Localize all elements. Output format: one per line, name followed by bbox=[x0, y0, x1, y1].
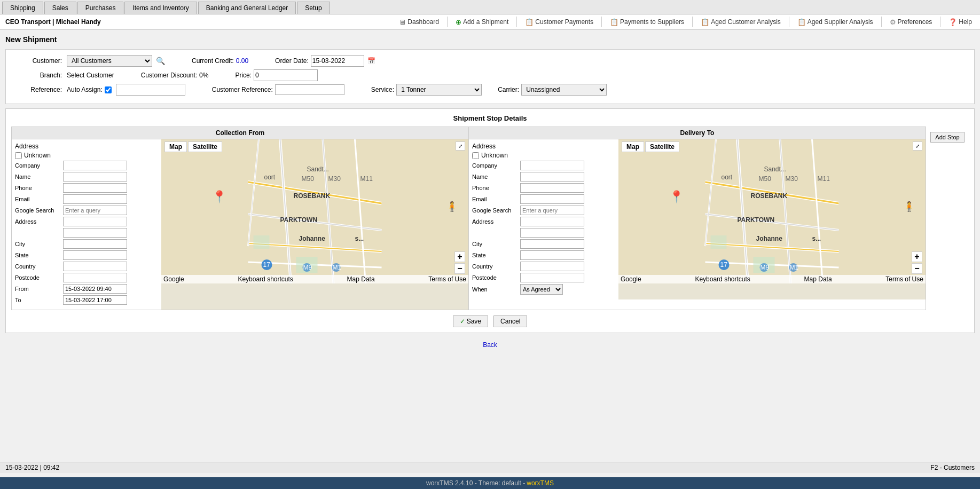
tab-shipping[interactable]: Shipping bbox=[2, 2, 43, 14]
collection-state-input[interactable] bbox=[63, 250, 127, 260]
top-nav: Shipping Sales Purchases Items and Inven… bbox=[0, 0, 980, 14]
delivery-satellite-btn[interactable]: Satellite bbox=[645, 141, 679, 152]
preferences-button[interactable]: ⚙ Preferences bbox=[887, 17, 935, 27]
collection-col: Collection From Address Unknown Company bbox=[11, 127, 469, 310]
delivery-postcode-row: Postcode bbox=[472, 273, 615, 282]
collection-name-input[interactable] bbox=[63, 172, 127, 182]
collection-company-input[interactable] bbox=[63, 161, 127, 170]
customer-discount-value: 0% bbox=[199, 72, 208, 79]
delivery-city-input[interactable] bbox=[520, 239, 584, 249]
delivery-address2-input[interactable] bbox=[520, 228, 584, 238]
tab-items-inventory[interactable]: Items and Inventory bbox=[124, 2, 197, 14]
dashboard-button[interactable]: 🖥 Dashboard bbox=[396, 17, 442, 27]
collection-state-row: State bbox=[15, 250, 158, 260]
delivery-google-logo: Google bbox=[621, 275, 641, 283]
collection-header: Collection From bbox=[12, 127, 468, 139]
delivery-unknown-checkbox[interactable] bbox=[472, 152, 479, 159]
delivery-company-row: Company bbox=[472, 161, 615, 170]
price-input[interactable] bbox=[254, 69, 318, 81]
delivery-country-input[interactable] bbox=[520, 262, 584, 271]
collection-address-input[interactable] bbox=[63, 217, 127, 226]
svg-text:s...: s... bbox=[355, 235, 364, 242]
delivery-name-label: Name bbox=[472, 173, 520, 180]
collection-to-input[interactable] bbox=[63, 295, 127, 305]
tab-purchases[interactable]: Purchases bbox=[77, 2, 124, 14]
collection-map-expand[interactable]: ⤢ bbox=[456, 141, 465, 151]
delivery-email-input[interactable] bbox=[520, 194, 584, 204]
delivery-state-row: State bbox=[472, 250, 615, 260]
delivery-map-expand[interactable]: ⤢ bbox=[913, 141, 922, 151]
carrier-select[interactable]: Unassigned Assigned bbox=[521, 84, 607, 96]
aged-customer-button[interactable]: 📋 Aged Customer Analysis bbox=[698, 17, 783, 27]
delivery-postcode-input[interactable] bbox=[520, 273, 584, 282]
collection-email-input[interactable] bbox=[63, 194, 127, 204]
add-stop-button[interactable]: Add Stop bbox=[930, 132, 964, 143]
collection-map-container[interactable]: ROSEBANK PARKTOWN oort Sandt... Johanne … bbox=[161, 139, 468, 283]
payments-suppliers-button[interactable]: 📋 Payments to Suppliers bbox=[607, 17, 687, 27]
order-date-input[interactable]: 15-03-2022 bbox=[311, 55, 364, 67]
delivery-zoom-out[interactable]: − bbox=[912, 263, 922, 274]
collection-postcode-input[interactable] bbox=[63, 273, 127, 282]
delivery-name-input[interactable] bbox=[520, 172, 584, 182]
tab-banking[interactable]: Banking and General Ledger bbox=[198, 2, 296, 14]
help-button[interactable]: ❓ Help bbox=[946, 17, 975, 27]
svg-text:PARKTOWN: PARKTOWN bbox=[738, 216, 775, 224]
collection-map-terms: Terms of Use bbox=[428, 275, 466, 283]
company-info: CEO Transport | Michael Handy bbox=[5, 18, 101, 26]
customer-reference-input[interactable] bbox=[275, 84, 344, 95]
current-credit-label: Current Credit: bbox=[192, 57, 234, 65]
delivery-phone-input[interactable] bbox=[520, 183, 584, 193]
footer: worxTMS 2.4.10 - Theme: default - worxTM… bbox=[0, 477, 980, 489]
collection-country-row: Country bbox=[15, 262, 158, 271]
collection-satellite-btn[interactable]: Satellite bbox=[188, 141, 222, 152]
collection-map[interactable]: ROSEBANK PARKTOWN oort Sandt... Johanne … bbox=[161, 139, 468, 310]
aged-supplier-button[interactable]: 📋 Aged Supplier Analysis bbox=[795, 17, 876, 27]
svg-text:17: 17 bbox=[720, 261, 728, 269]
collection-postcode-row: Postcode bbox=[15, 273, 158, 282]
form-row-branch: Branch: Select Customer Customer Discoun… bbox=[11, 69, 969, 81]
customer-select[interactable]: All Customers bbox=[67, 55, 152, 67]
collection-country-input[interactable] bbox=[63, 262, 127, 271]
collection-unknown-checkbox[interactable] bbox=[15, 152, 22, 159]
collection-zoom-out[interactable]: − bbox=[454, 263, 465, 274]
collection-zoom-in[interactable]: + bbox=[454, 251, 465, 262]
delivery-state-input[interactable] bbox=[520, 250, 584, 260]
customer-payments-button[interactable]: 📋 Customer Payments bbox=[522, 17, 596, 27]
reference-input[interactable] bbox=[116, 84, 185, 96]
delivery-gsearch-input[interactable] bbox=[520, 206, 584, 215]
delivery-when-row: When As Agreed Morning Afternoon bbox=[472, 284, 615, 295]
calendar-icon[interactable]: 📅 bbox=[367, 57, 375, 65]
collection-map-pin: 📍 bbox=[212, 190, 226, 204]
collection-from-input[interactable] bbox=[63, 284, 127, 294]
stop-columns-wrapper: Collection From Address Unknown Company bbox=[11, 127, 969, 310]
collection-phone-input[interactable] bbox=[63, 183, 127, 193]
tab-setup[interactable]: Setup bbox=[297, 2, 330, 14]
tab-sales[interactable]: Sales bbox=[44, 2, 76, 14]
toolbar: 🖥 Dashboard ⊕ Add a Shipment 📋 Customer … bbox=[396, 17, 975, 27]
delivery-map-container[interactable]: ROSEBANK PARKTOWN oort Sandt... Johanne … bbox=[618, 139, 926, 283]
delivery-address-input[interactable] bbox=[520, 217, 584, 226]
svg-text:M11: M11 bbox=[360, 175, 373, 183]
collection-map-btn[interactable]: Map bbox=[164, 141, 187, 152]
collection-address2-input[interactable] bbox=[63, 228, 127, 238]
add-shipment-button[interactable]: ⊕ Add a Shipment bbox=[453, 17, 511, 27]
delivery-zoom-in[interactable]: + bbox=[912, 251, 922, 262]
preferences-icon: ⚙ bbox=[890, 18, 896, 26]
customer-search-icon[interactable]: 🔍 bbox=[156, 57, 165, 65]
add-stop-area: Add Stop bbox=[926, 127, 969, 310]
save-button[interactable]: ✓ Save bbox=[453, 316, 488, 327]
delivery-company-label: Company bbox=[472, 162, 520, 169]
collection-city-input[interactable] bbox=[63, 239, 127, 249]
carrier-label: Carrier: bbox=[498, 86, 519, 93]
service-select[interactable]: 1 Tonner 2 Tonner bbox=[396, 84, 482, 96]
collection-gsearch-input[interactable] bbox=[63, 206, 127, 215]
footer-brand[interactable]: worxTMS bbox=[527, 479, 554, 487]
delivery-company-input[interactable] bbox=[520, 161, 584, 170]
auto-assign-checkbox[interactable] bbox=[105, 86, 112, 93]
delivery-when-select[interactable]: As Agreed Morning Afternoon bbox=[520, 284, 563, 295]
delivery-unknown-label: Unknown bbox=[481, 152, 508, 159]
delivery-map-btn[interactable]: Map bbox=[622, 141, 644, 152]
back-link[interactable]: Back bbox=[483, 341, 497, 349]
cancel-button[interactable]: Cancel bbox=[493, 316, 527, 327]
delivery-map[interactable]: ROSEBANK PARKTOWN oort Sandt... Johanne … bbox=[618, 139, 926, 299]
